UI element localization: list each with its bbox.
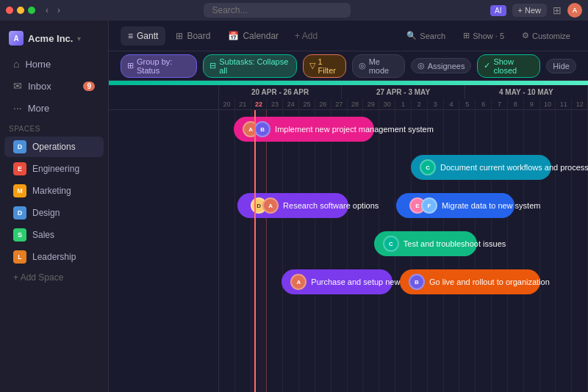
board-label: Board: [187, 31, 210, 41]
task-label-golive: Go live and rollout to organization: [429, 277, 550, 286]
task-bar-document[interactable]: C Document current workflows and process…: [411, 155, 551, 180]
task-label-implement: Implement new project management system: [275, 125, 434, 134]
task-avatars: A B: [243, 121, 270, 137]
search-area: [68, 3, 486, 18]
day-4: 4: [444, 99, 460, 109]
user-avatar: A: [567, 3, 582, 18]
sidebar-item-inbox[interactable]: ✉ Inbox 9: [4, 76, 104, 96]
filter-pill[interactable]: ▽ 1 Filter: [303, 54, 346, 78]
task-label-test: Test and troubleshoot issues: [404, 239, 506, 248]
sidebar-item-home[interactable]: ⌂ Home: [4, 54, 104, 74]
day-24: 24: [283, 99, 299, 109]
day-26: 26: [315, 99, 331, 109]
task-avatars-test: C: [383, 236, 399, 252]
sales-dot: S: [13, 228, 26, 242]
sidebar-item-sales[interactable]: S Sales: [4, 225, 104, 245]
day-11: 11: [556, 99, 572, 109]
day-8: 8: [508, 99, 524, 109]
show-icon: ⊞: [463, 31, 470, 40]
sidebar-item-more[interactable]: ··· More: [4, 98, 104, 118]
workspace-chevron-icon: ▾: [77, 35, 81, 43]
sidebar-item-engineering[interactable]: E Engineering: [4, 159, 104, 179]
filter-label: 1 Filter: [318, 57, 340, 75]
day-29: 29: [363, 99, 379, 109]
tab-calendar[interactable]: 📅 Calendar: [220, 26, 286, 46]
hide-label: Hide: [553, 62, 570, 70]
avatar-7: F: [421, 197, 437, 214]
show-closed-filter[interactable]: ✓ Show closed: [477, 54, 540, 78]
close-dot[interactable]: [6, 7, 13, 14]
new-button[interactable]: + New: [512, 4, 548, 17]
task-bar-golive[interactable]: B Go live and rollout to organization: [400, 269, 540, 294]
logo-icon: A: [9, 31, 24, 46]
grid-icon: ⊞: [553, 4, 562, 16]
titlebar-right: AI + New ⊞ A: [490, 3, 582, 18]
gantt-row-4: A Purchase and setup new software B Go l…: [219, 263, 588, 301]
tab-board[interactable]: ⊞ Board: [168, 26, 218, 46]
date-range-apr20: 20 APR - 26 APR: [219, 85, 342, 99]
leadership-dot: L: [13, 250, 26, 264]
minimize-dot[interactable]: [17, 7, 24, 14]
date-ranges: 20 APR - 26 APR 27 APR - 3 MAY 4 MAY - 1…: [219, 85, 588, 99]
sidebar-item-operations[interactable]: D Operations: [4, 137, 104, 157]
day-12: 12: [572, 99, 588, 109]
task-label-research: Research software options: [283, 201, 379, 210]
inbox-badge: 9: [83, 81, 95, 91]
sidebar-item-leadership[interactable]: L Leadership: [4, 247, 104, 267]
day-2: 2: [412, 99, 428, 109]
show-button[interactable]: ⊞ Show · 5: [457, 28, 510, 43]
hide-filter[interactable]: Hide: [546, 59, 576, 73]
add-space-button[interactable]: + Add Space: [4, 269, 104, 286]
day-10: 10: [540, 99, 556, 109]
me-mode-filter[interactable]: ◎ Me mode: [352, 54, 405, 78]
add-view-button[interactable]: + Add: [289, 26, 323, 46]
gantt-row-1: C Document current workflows and process…: [219, 148, 588, 186]
search-icon: 🔍: [406, 31, 417, 40]
view-header-actions: 🔍 Search ⊞ Show · 5 ⚙ Customize: [401, 28, 576, 43]
calendar-label: Calendar: [243, 31, 279, 41]
titlebar: ‹ › AI + New ⊞ A: [0, 0, 588, 21]
day-20: 20: [219, 99, 235, 109]
gantt-bars: A B Implement new project management sys…: [219, 110, 588, 392]
day-7: 7: [492, 99, 508, 109]
forward-button[interactable]: ›: [54, 4, 63, 17]
task-bar-test[interactable]: C Test and troubleshoot issues: [374, 231, 478, 256]
inbox-icon: ✉: [13, 80, 22, 92]
nav-arrows: ‹ ›: [43, 4, 63, 17]
avatar-10: B: [409, 274, 425, 290]
design-label: Design: [32, 208, 60, 218]
back-button[interactable]: ‹: [43, 4, 51, 17]
group-by-filter[interactable]: ⊞ Group by: Status: [121, 54, 197, 78]
timeline: 20 APR - 26 APR 27 APR - 3 MAY 4 MAY - 1…: [109, 85, 588, 392]
show-closed-label: Show closed: [493, 57, 534, 75]
date-range-apr27: 27 APR - 3 MAY: [342, 85, 465, 99]
assignees-filter[interactable]: ◎ Assignees: [411, 58, 472, 73]
avatar-5: A: [262, 197, 279, 214]
maximize-dot[interactable]: [28, 7, 35, 14]
timeline-dates: 20 APR - 26 APR 27 APR - 3 MAY 4 MAY - 1…: [219, 85, 588, 109]
day-1: 1: [395, 99, 412, 109]
view-header: ≡ Gantt ⊞ Board 📅 Calendar + Add 🔍 Searc…: [109, 21, 588, 51]
task-bar-purchase[interactable]: A Purchase and setup new software: [282, 269, 392, 294]
sidebar-item-marketing[interactable]: M Marketing: [4, 181, 104, 201]
search-input[interactable]: [204, 3, 351, 18]
customize-icon: ⚙: [522, 31, 529, 40]
customize-button[interactable]: ⚙ Customize: [516, 28, 576, 43]
sidebar-item-design[interactable]: D Design: [4, 203, 104, 223]
day-3: 3: [428, 99, 444, 109]
day-9: 9: [524, 99, 540, 109]
gantt-icon: ≡: [128, 31, 133, 41]
tab-gantt[interactable]: ≡ Gantt: [121, 26, 165, 46]
task-label-migrate: Migrate data to new system: [442, 201, 541, 210]
task-bar-migrate[interactable]: E F Migrate data to new system: [396, 193, 514, 218]
engineering-dot: E: [13, 162, 26, 175]
search-button[interactable]: 🔍 Search: [401, 28, 451, 43]
subtasks-filter[interactable]: ⊟ Subtasks: Collapse all: [203, 54, 296, 78]
operations-label: Operations: [32, 142, 76, 152]
filter-icon: ▽: [309, 61, 315, 70]
task-avatars-doc: C: [420, 159, 436, 175]
subtasks-icon: ⊟: [209, 61, 216, 70]
assignees-label: Assignees: [428, 62, 465, 70]
sidebar-logo[interactable]: A Acme Inc. ▾: [0, 26, 108, 50]
group-by-icon: ⊞: [127, 61, 134, 70]
